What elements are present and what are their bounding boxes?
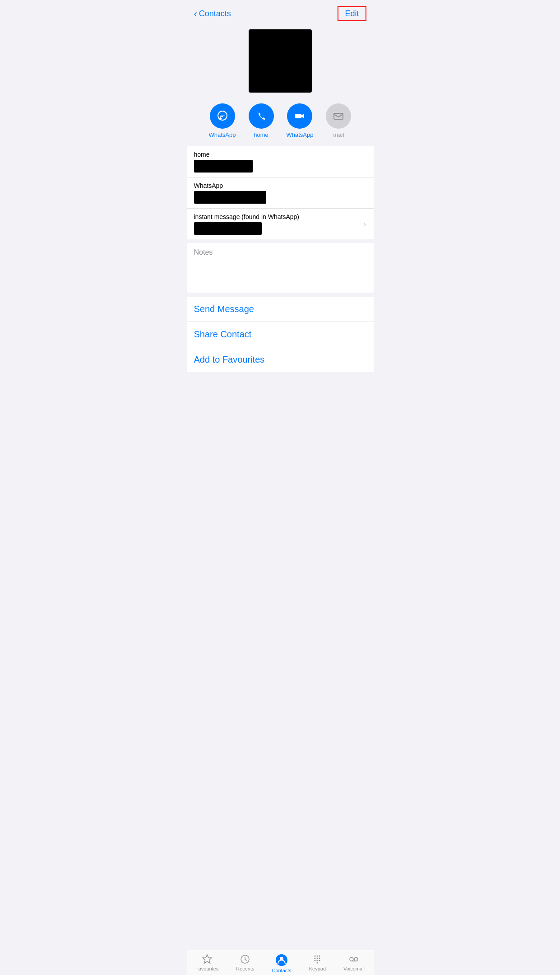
info-section: home WhatsApp instant message (found in … [187,146,374,239]
whatsapp-message-circle [210,103,235,129]
home-phone-circle [249,103,274,129]
avatar-section [187,25,374,100]
svg-rect-2 [220,116,223,117]
whatsapp-message-label: WhatsApp [209,131,236,138]
message-icon [216,110,229,122]
instant-message-value [194,222,262,235]
mail-icon [332,110,345,122]
whatsapp-field-value [194,191,266,204]
action-buttons-row: WhatsApp home WhatsApp mail [187,100,374,145]
send-message-button[interactable]: Send Message [187,297,374,322]
chevron-right-icon: › [364,219,366,229]
avatar [249,29,312,93]
action-whatsapp-message[interactable]: WhatsApp [209,103,236,138]
instant-message-label: instant message (found in WhatsApp) [194,213,366,220]
edit-button[interactable]: Edit [338,6,366,21]
whatsapp-field-label: WhatsApp [194,182,366,189]
action-whatsapp-video[interactable]: WhatsApp [287,103,314,138]
home-phone-row: home [187,146,374,177]
home-field-value [194,160,253,173]
whatsapp-video-circle [287,103,312,129]
back-label: Contacts [199,9,231,19]
notes-label: Notes [187,243,374,293]
home-phone-label: home [254,131,268,138]
notes-section: Notes [187,243,374,293]
instant-message-row[interactable]: instant message (found in WhatsApp) › [187,209,374,239]
header: ‹ Contacts Edit [187,0,374,25]
whatsapp-row: WhatsApp [187,177,374,209]
home-field-label: home [194,151,366,158]
mail-circle [326,103,351,129]
video-icon [293,110,306,122]
phone-icon [255,110,268,122]
add-to-favourites-button[interactable]: Add to Favourites [187,347,374,372]
mail-label: mail [333,131,344,138]
action-mail[interactable]: mail [326,103,351,138]
back-chevron-icon: ‹ [194,9,197,19]
svg-rect-1 [220,115,225,116]
action-home-phone[interactable]: home [249,103,274,138]
share-contact-button[interactable]: Share Contact [187,322,374,347]
svg-rect-3 [295,114,301,118]
action-list: Send Message Share Contact Add to Favour… [187,297,374,372]
back-button[interactable]: ‹ Contacts [194,9,231,19]
whatsapp-video-label: WhatsApp [287,131,314,138]
svg-rect-4 [334,113,343,119]
